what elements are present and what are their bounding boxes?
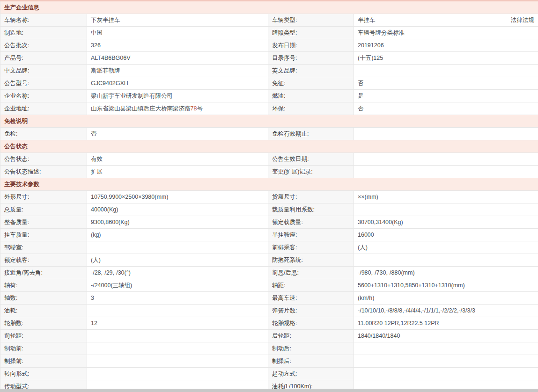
field-label: 公告批次:	[0, 39, 87, 52]
vehicle-info-table: 生产企业信息车辆名称:下灰半挂车车辆类型:法律法规半挂车制造地:中国牌照类型:车…	[0, 0, 538, 392]
field-label: 变更(扩展)记录:	[268, 166, 354, 178]
field-label: 起动方式:	[268, 368, 354, 380]
field-label: 前排乘客:	[268, 241, 354, 254]
field-value: 下灰半挂车	[87, 14, 268, 27]
field-value	[354, 254, 538, 267]
table-row: 接近角/离去角:-/28,-/29,-/30(°)前悬/后悬:-/980,-/7…	[0, 267, 538, 279]
field-label: 企业地址:	[0, 102, 87, 115]
field-label: 轮胎数:	[0, 317, 87, 330]
section-header: 免检说明	[0, 115, 538, 128]
field-value: 3	[87, 292, 268, 305]
field-value	[354, 368, 538, 380]
field-label: 牌照类型:	[268, 27, 354, 39]
field-value	[354, 203, 538, 216]
table-row: 制造地:中国牌照类型:车辆号牌分类标准	[0, 27, 538, 39]
field-label: 驾驶室:	[0, 241, 87, 254]
field-label: 额定载客:	[0, 254, 87, 267]
field-value	[87, 342, 268, 355]
field-label: 燃油:	[268, 90, 354, 102]
field-label: 半挂鞍座:	[268, 229, 354, 241]
field-label: 轴数:	[0, 292, 87, 305]
field-label: 公告状态:	[0, 153, 87, 166]
section-header: 主要技术参数	[0, 178, 538, 191]
table-row: 免检:否免检有效期止:	[0, 128, 538, 140]
field-label: 免征:	[268, 77, 354, 90]
field-label: 公告生效日期:	[268, 153, 354, 166]
field-label: 中文品牌:	[0, 65, 87, 77]
field-label: 制操后:	[268, 355, 354, 368]
field-value: (十五)125	[354, 52, 538, 65]
field-value: 否	[354, 102, 538, 115]
field-value: ALT4B6BG06V	[87, 52, 268, 65]
field-label: 弹簧片数:	[268, 305, 354, 317]
section-header: 生产企业信息	[0, 1, 538, 14]
table-row: 轴荷:-/24000(三轴组)轴距:5600+1310+1310,5850+13…	[0, 279, 538, 292]
field-label: 挂车质量:	[0, 229, 87, 241]
table-row: 车辆名称:下灰半挂车车辆类型:法律法规半挂车	[0, 14, 538, 27]
field-value: ××(mm)	[354, 191, 538, 203]
table-row: 制操前:制操后:	[0, 355, 538, 368]
field-label: 额定载质量:	[268, 216, 354, 229]
field-value: 12	[87, 317, 268, 330]
field-value: 法律法规半挂车	[354, 14, 538, 27]
field-value: 11.00R20 12PR,12R22.5 12PR	[354, 317, 538, 330]
field-value	[354, 166, 538, 178]
field-label: 发布日期:	[268, 39, 354, 52]
field-value: 中国	[87, 27, 268, 39]
table-row: 油耗:弹簧片数:-/10/10/10,-/8/8/8,-/4/4/4,-/1/1…	[0, 305, 538, 317]
field-label: 公告状态描述:	[0, 166, 87, 178]
field-label: 制造地:	[0, 27, 87, 39]
table-row: 轴数:3最高车速:(km/h)	[0, 292, 538, 305]
field-value: 否	[87, 128, 268, 140]
field-value	[87, 368, 268, 380]
field-value	[87, 305, 268, 317]
table-row: 中文品牌:斯派菲勒牌英文品牌:	[0, 65, 538, 77]
field-label: 车辆类型:	[268, 14, 354, 27]
field-label: 产品号:	[0, 52, 87, 65]
horizontal-scrollbar[interactable]	[0, 389, 538, 392]
field-label: 目录序号:	[268, 52, 354, 65]
field-label: 货厢尺寸:	[268, 191, 354, 203]
field-value: 20191206	[354, 39, 538, 52]
table-row: 企业地址:山东省梁山县梁山镇后庄大桥南梁济路78号环保:否	[0, 102, 538, 115]
field-value: (kg)	[87, 229, 268, 241]
table-row: 额定载客:(人)防抱死系统:	[0, 254, 538, 267]
field-label: 制操前:	[0, 355, 87, 368]
field-value: 扩展	[87, 166, 268, 178]
field-label: 制动后:	[268, 342, 354, 355]
field-value: 否	[354, 77, 538, 90]
table-row: 轮胎数:12轮胎规格:11.00R20 12PR,12R22.5 12PR	[0, 317, 538, 330]
field-value: 16000	[354, 229, 538, 241]
field-label: 制动前:	[0, 342, 87, 355]
law-link[interactable]: 法律法规	[511, 14, 534, 26]
field-value	[87, 355, 268, 368]
table-row: 企业名称:梁山新宇车业研发制造有限公司燃油:是	[0, 90, 538, 102]
field-label: 轴荷:	[0, 279, 87, 292]
field-value: 9300,8600(Kg)	[87, 216, 268, 229]
field-label: 整备质量:	[0, 216, 87, 229]
table-row: 外形尺寸:10750,9900×2500×3980(mm)货厢尺寸:××(mm)	[0, 191, 538, 203]
field-label: 免检:	[0, 128, 87, 140]
field-label: 轮胎规格:	[268, 317, 354, 330]
field-value	[87, 241, 268, 254]
field-label: 油耗:	[0, 305, 87, 317]
field-value	[354, 342, 538, 355]
field-value: 梁山新宇车业研发制造有限公司	[87, 90, 268, 102]
field-value: 有效	[87, 153, 268, 166]
section-row: 免检说明	[0, 115, 538, 128]
vehicle-info-table-body: 生产企业信息车辆名称:下灰半挂车车辆类型:法律法规半挂车制造地:中国牌照类型:车…	[0, 1, 538, 392]
field-value: 326	[87, 39, 268, 52]
field-label: 防抱死系统:	[268, 254, 354, 267]
table-row: 公告型号:GJC9402GXH免征:否	[0, 77, 538, 90]
field-label: 公告型号:	[0, 77, 87, 90]
field-label: 前轮距:	[0, 330, 87, 342]
table-row: 公告状态:有效公告生效日期:	[0, 153, 538, 166]
field-value	[354, 128, 538, 140]
field-label: 免检有效期止:	[268, 128, 354, 140]
field-value: 是	[354, 90, 538, 102]
table-row: 总质量:40000(Kg)载质量利用系数:	[0, 203, 538, 216]
field-value	[354, 355, 538, 368]
field-label: 总质量:	[0, 203, 87, 216]
field-value: 10750,9900×2500×3980(mm)	[87, 191, 268, 203]
table-row: 公告状态描述:扩展变更(扩展)记录:	[0, 166, 538, 178]
